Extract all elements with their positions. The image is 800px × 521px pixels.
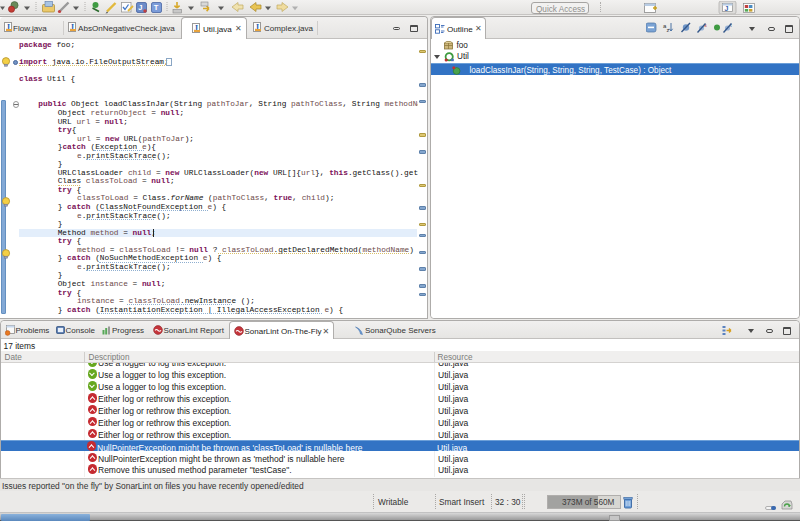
svg-text:J: J bbox=[725, 5, 729, 12]
svg-text:T: T bbox=[154, 3, 159, 12]
svg-text:J: J bbox=[138, 3, 142, 12]
svg-text:z: z bbox=[667, 27, 670, 33]
